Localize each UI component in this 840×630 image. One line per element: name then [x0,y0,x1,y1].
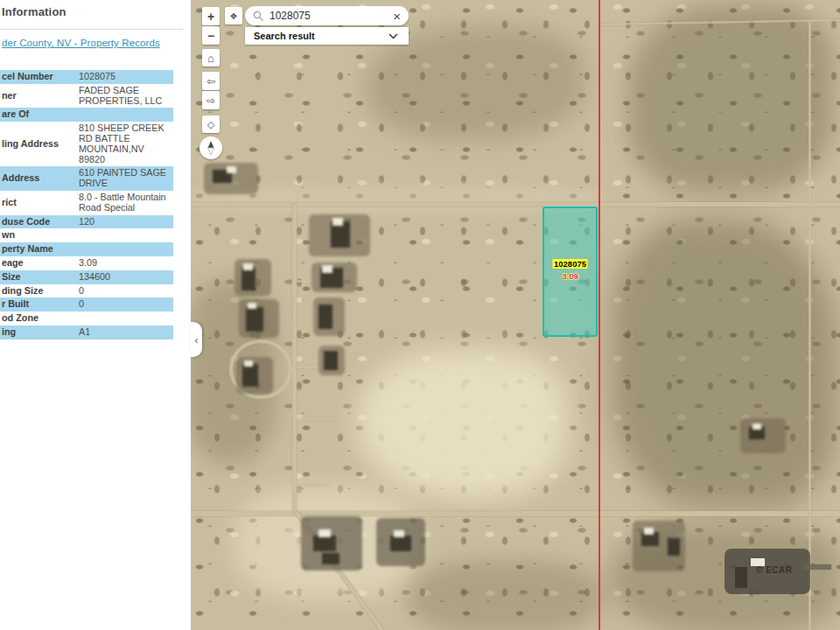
table-row: r Built 0 [0,298,173,312]
compass-button[interactable] [200,136,222,159]
house [312,262,357,292]
row-value: A1 [79,327,172,338]
vegetation-patch [410,560,602,630]
row-label: cel Number [0,72,79,82]
row-label: perty Name [0,244,79,255]
trail-top-right [600,19,840,25]
table-row: ing A1 [0,326,173,340]
diamond-extent-icon: ◇ [207,119,214,130]
row-value: 610 PAINTED SAGE DRIVE [79,168,172,189]
chevron-left-icon: ‹ [194,333,198,346]
row-value: 0 [79,286,172,297]
table-row: cel Number 1028075 [0,70,173,84]
property-records-app: © ECAR 1028075 3.09 + − ❖ ⌂ ⇦ ⇨ ◇ [0,0,840,630]
zoom-in-button[interactable]: + [202,7,220,25]
property-table: cel Number 1028075 ner FADED SAGE PROPER… [0,70,173,340]
table-row: ding Size 0 [0,284,173,298]
row-value: 8.0 - Battle Mountain Road Special [79,192,172,214]
road-street-vertical [292,204,297,513]
table-row: are Of [0,108,173,122]
row-label: wn [0,230,79,241]
row-label: ing [0,327,79,338]
row-value: 3.09 [79,258,172,269]
row-value: 810 SHEEP CREEK RD BATTLE MOUNTAIN,NV 89… [79,123,172,164]
home-icon: ⌂ [207,52,214,65]
house [376,518,425,566]
row-label: ner [0,91,79,102]
row-label: duse Code [0,217,79,228]
table-row: od Zone [0,312,173,326]
row-value: 0 [79,299,172,310]
zoom-out-button[interactable]: − [202,26,220,45]
property-info-panel: Information der County, NV - Property Re… [0,0,191,630]
house [236,357,273,394]
table-row: perty Name [0,242,173,256]
nav-history-control: ⇦ ⇨ [202,72,220,109]
search-result-dropdown[interactable]: Search result [245,27,409,45]
row-label: ling Address [0,139,79,150]
next-extent-button[interactable]: ⇨ [202,91,220,109]
driveway [803,564,831,570]
house [204,163,258,194]
table-row: Size 134600 [0,270,173,284]
compass-needle-icon [206,140,216,156]
parcel-area-label: 3.09 [562,271,578,281]
row-label: r Built [0,299,79,310]
row-label: Size [0,272,79,283]
imagery-watermark: © ECAR [756,565,792,575]
row-label: rict [0,198,79,208]
home-button[interactable]: ⌂ [202,49,220,66]
road-right-vertical [808,21,811,630]
table-row: duse Code 120 [0,215,173,229]
table-row: Address 610 PAINTED SAGE DRIVE [0,166,173,191]
sand-patch [357,350,567,499]
search-box[interactable]: × [245,6,409,25]
search-input[interactable] [270,10,388,22]
table-row: wn [0,228,173,242]
house [740,418,786,453]
map-canvas[interactable]: © ECAR 1028075 3.09 + − ❖ ⌂ ⇦ ⇨ ◇ [191,0,840,630]
row-value: 1028075 [79,72,172,82]
table-row: ner FADED SAGE PROPERTIES, LLC [0,84,173,108]
row-label: od Zone [0,313,79,324]
row-value: FADED SAGE PROPERTIES, LLC [79,86,172,107]
road-horizontal-upper [191,202,840,206]
clear-search-icon[interactable]: × [393,10,401,23]
road-red-line [598,0,600,630]
default-extent-button[interactable]: ◇ [202,116,220,133]
county-records-link[interactable]: der County, NV - Property Records [2,38,181,48]
house [234,259,271,296]
road-horizontal-lower [191,511,840,516]
basemap-gallery-button[interactable]: ❖ [225,7,242,24]
panel-title: Information [2,5,66,18]
divider [0,29,183,30]
arrow-right-icon: ⇨ [206,94,215,107]
row-label: ding Size [0,286,79,297]
search-result-label: Search result [254,31,315,41]
row-label: Address [0,173,79,184]
row-value: 134600 [79,272,172,283]
zoom-control: + − [202,7,220,45]
house [633,521,685,571]
chevron-down-icon [388,33,398,39]
arrow-left-icon: ⇦ [206,75,215,88]
selected-parcel-overlay[interactable]: 1028075 3.09 [542,206,598,337]
house [309,214,370,256]
table-row: ling Address 810 SHEEP CREEK RD BATTLE M… [0,122,173,166]
table-row: rict 8.0 - Battle Mountain Road Special [0,191,173,215]
building [735,567,747,588]
search-icon [253,10,264,22]
driveway [297,417,335,420]
vegetation-patch [628,4,834,192]
house [313,298,345,336]
previous-extent-button[interactable]: ⇦ [202,72,220,90]
table-row: eage 3.09 [0,256,173,270]
house [318,346,345,375]
sidebar-collapse-tab[interactable]: ‹ [191,322,202,357]
row-value: 120 [79,217,172,228]
row-label: are Of [0,109,79,120]
parcel-id-label: 1028075 [552,259,588,269]
house [239,299,279,338]
driveway [297,484,330,486]
basemap-gallery-icon: ❖ [230,11,238,21]
